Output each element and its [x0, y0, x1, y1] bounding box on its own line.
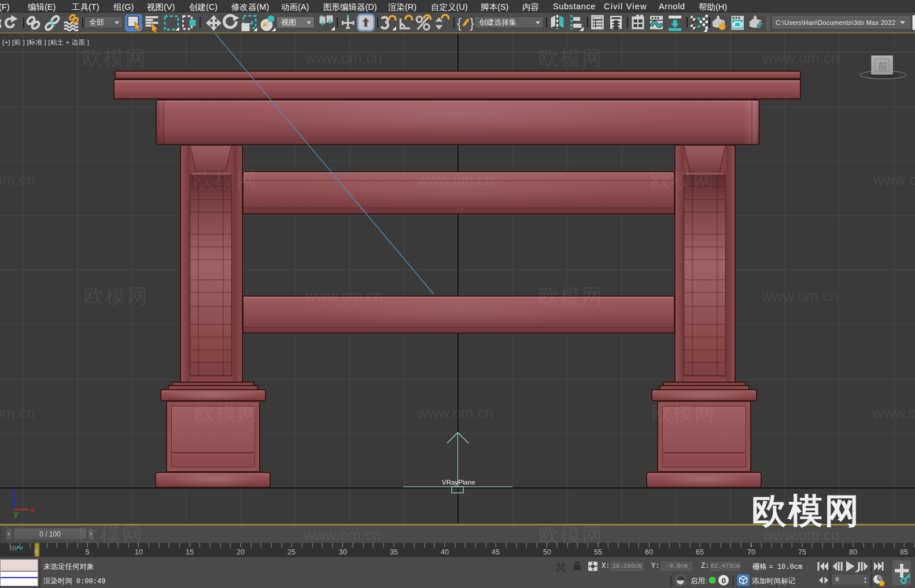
svg-text:前: 前: [878, 61, 888, 72]
svg-text:0: 0: [722, 576, 726, 585]
svg-text:C:\Users\Han\Documents\3ds Max: C:\Users\Han\Documents\3ds Max 2022: [776, 19, 895, 26]
svg-text:VRayPlane: VRayPlane: [442, 479, 475, 486]
svg-text:{: {: [457, 15, 462, 31]
svg-text:}: }: [470, 15, 474, 31]
svg-text:z: z: [12, 486, 17, 496]
svg-text:x: x: [30, 505, 35, 515]
svg-text:y: y: [14, 508, 19, 518]
